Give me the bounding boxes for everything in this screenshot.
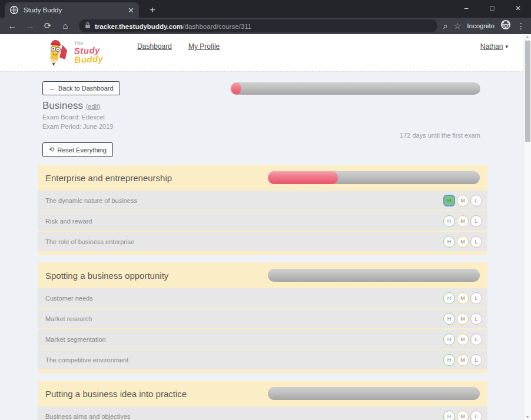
browser-tab[interactable]: Study Buddy ✕ [5, 2, 139, 18]
address-bar[interactable]: tracker.thestudybuddy.com/dashboard/cour… [79, 19, 437, 32]
section-card: Enterprise and entrepreneurship The dyna… [38, 165, 487, 255]
window-controls: – □ ✕ [453, 0, 531, 16]
topic-name: The competitive environment [45, 356, 443, 364]
user-menu[interactable]: Nathan ▾ [480, 42, 508, 51]
priority-m-button[interactable]: M [457, 354, 469, 366]
tab-strip: Study Buddy ✕ + – □ ✕ [0, 0, 531, 18]
topic-name: Risk and reward [45, 218, 443, 225]
priority-buttons: HML [443, 215, 482, 227]
reset-icon: ⟲ [49, 146, 54, 154]
back-to-dashboard-button[interactable]: ← Back to Dashboard [42, 81, 120, 95]
priority-l-button[interactable]: L [470, 411, 482, 420]
priority-l-button[interactable]: L [470, 354, 482, 366]
priority-l-button[interactable]: L [470, 215, 482, 227]
reload-icon[interactable]: ⟳ [40, 19, 55, 33]
topic-row: The competitive environment HML [38, 350, 487, 369]
back-nav-icon[interactable]: ← [5, 19, 20, 33]
section-progress-bar [268, 387, 480, 400]
course-title: Business [42, 100, 83, 111]
bookmark-star-icon[interactable]: ☆ [454, 21, 462, 31]
overall-progress-bar [231, 82, 480, 95]
user-name-link: Nathan [480, 42, 503, 51]
priority-buttons: HML [443, 313, 482, 325]
priority-l-button[interactable]: L [470, 334, 482, 345]
topic-name: Business aims and objectives [45, 413, 443, 420]
studybuddy-logo[interactable]: The Study Buddy [43, 36, 104, 70]
nav-my-profile-link[interactable]: My Profile [188, 42, 220, 51]
priority-h-button[interactable]: H [443, 334, 455, 345]
incognito-badge-icon [500, 19, 511, 32]
tab-close-icon[interactable]: ✕ [128, 6, 134, 15]
section-progress-fill [268, 171, 338, 184]
forward-nav-icon[interactable]: → [22, 19, 38, 33]
priority-buttons: HML [443, 411, 482, 420]
nav-dashboard-link[interactable]: Dashboard [137, 42, 172, 51]
globe-favicon-icon [9, 5, 19, 15]
exam-period-text: Exam Period: June 2019 [42, 122, 487, 131]
zoom-search-icon[interactable]: ⌕ [443, 21, 448, 31]
reset-everything-button[interactable]: ⟲ Reset Everything [42, 142, 113, 157]
edit-course-link[interactable]: (edit) [85, 103, 100, 110]
priority-m-button[interactable]: M [457, 215, 469, 227]
section-card: Spotting a business opportunity Customer… [38, 262, 487, 373]
priority-l-button[interactable]: L [470, 292, 482, 304]
priority-buttons: HML [443, 354, 482, 366]
menu-kebab-icon[interactable]: ⋮ [517, 21, 525, 31]
page-viewport: The Study Buddy Dashboard My Profile Nat… [0, 34, 531, 420]
overall-progress-fill [231, 82, 241, 95]
priority-m-button[interactable]: M [457, 411, 469, 420]
new-tab-button[interactable]: + [145, 4, 160, 16]
chevron-down-icon: ▾ [505, 44, 508, 49]
priority-m-button[interactable]: M [457, 313, 469, 325]
priority-h-button[interactable]: H [443, 411, 455, 420]
browser-window: Study Buddy ✕ + – □ ✕ ← → ⟳ ⌂ tracker.th… [0, 0, 531, 420]
priority-h-button[interactable]: H [443, 292, 455, 304]
section-title: Enterprise and entrepreneurship [45, 173, 172, 183]
topic-row: The dynamic nature of business HML [38, 191, 487, 210]
priority-l-button[interactable]: L [470, 195, 482, 206]
priority-buttons: HML [443, 334, 482, 345]
priority-m-button[interactable]: M [457, 334, 469, 345]
priority-l-button[interactable]: L [470, 313, 482, 325]
topic-row: Market research HML [38, 309, 487, 328]
url-path: /dashboard/course/311 [182, 23, 251, 30]
priority-h-button[interactable]: H [443, 236, 455, 248]
home-icon[interactable]: ⌂ [58, 19, 73, 33]
window-close-button[interactable]: ✕ [505, 0, 531, 16]
days-until-exam-text: 172 days until the first exam [38, 132, 480, 139]
topic-name: Market segmentation [45, 336, 443, 343]
scroll-up-icon[interactable]: ▲ [526, 34, 530, 40]
section-title: Putting a business idea into practice [45, 389, 187, 399]
studybuddy-mascot-icon [43, 38, 71, 71]
topic-row: Market segmentation HML [38, 329, 487, 349]
priority-h-button[interactable]: H [443, 354, 455, 366]
back-arrow-icon: ← [49, 85, 55, 92]
studybuddy-wordmark: The Study Buddy [74, 40, 104, 64]
priority-l-button[interactable]: L [470, 236, 482, 248]
priority-m-button[interactable]: M [457, 236, 469, 248]
scrollbar-thumb[interactable] [525, 41, 530, 142]
scroll-down-icon[interactable]: ▼ [526, 414, 530, 420]
priority-m-button[interactable]: M [457, 195, 469, 206]
page-scrollbar[interactable]: ▲ ▼ [523, 34, 531, 420]
topic-name: The dynamic nature of business [45, 197, 443, 204]
section-topics: The dynamic nature of business HML Risk … [38, 191, 487, 251]
exam-board-text: Exam Board: Edexcel [42, 113, 487, 121]
topic-row: Business aims and objectives HML [38, 406, 487, 420]
topic-name: The role of business enterprise [45, 238, 443, 245]
incognito-label: Incognito [467, 22, 495, 29]
window-minimize-button[interactable]: – [453, 0, 479, 16]
priority-buttons: HML [443, 236, 482, 248]
topic-name: Customer needs [45, 295, 443, 302]
topic-name: Market research [45, 315, 443, 322]
browser-toolbar: ← → ⟳ ⌂ tracker.thestudybuddy.com/dashbo… [0, 18, 531, 34]
priority-h-button[interactable]: H [443, 195, 455, 206]
toolbar-right: ⌕ ☆ Incognito ⋮ [443, 19, 526, 32]
section-card: Putting a business idea into practice Bu… [38, 381, 487, 420]
priority-h-button[interactable]: H [443, 215, 455, 227]
priority-h-button[interactable]: H [443, 313, 455, 325]
priority-m-button[interactable]: M [457, 292, 469, 304]
window-maximize-button[interactable]: □ [479, 0, 505, 16]
topic-row: Customer needs HML [38, 288, 487, 308]
main-nav: Dashboard My Profile [137, 42, 220, 51]
